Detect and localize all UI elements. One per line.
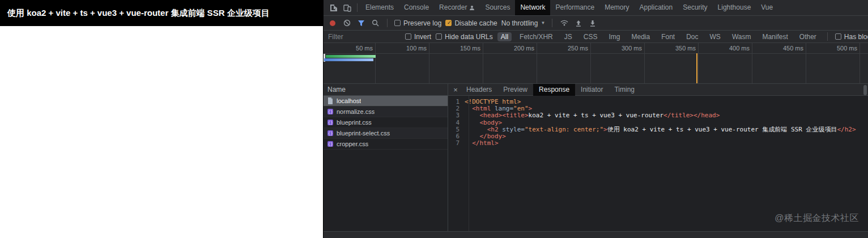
network-conditions-icon[interactable] (559, 18, 569, 28)
time-label: 50 ms (324, 43, 375, 52)
network-overview[interactable]: 50 ms 100 ms 150 ms 200 ms 250 ms 300 ms… (324, 43, 868, 84)
filter-chip-img[interactable]: Img (605, 32, 623, 41)
tab-security[interactable]: Security (678, 0, 712, 15)
request-row-normalize-css[interactable]: normalize.css (324, 107, 448, 117)
code-token: </html> (465, 140, 499, 147)
request-name: localhost (337, 97, 361, 104)
request-row-blueprint-css[interactable]: blueprint.css (324, 117, 448, 128)
response-panel: × Headers Preview Response Initiator Tim… (448, 84, 868, 231)
filter-chip-media[interactable]: Media (628, 32, 653, 41)
filter-chip-js[interactable]: JS (561, 32, 576, 41)
tab-elements[interactable]: Elements (360, 0, 399, 15)
has-blocked-cookies-label: Has blocked cookies (844, 33, 868, 41)
scrollbar-thumb[interactable] (863, 85, 867, 95)
screenshot-root: 使用 koa2 + vite + ts + vue3 + vue-router … (0, 0, 868, 238)
tab-response[interactable]: Response (533, 84, 575, 96)
tab-application[interactable]: Application (635, 0, 678, 15)
code-line-5: 5 <h2 style= "text-align: center;" > 使用 … (448, 126, 868, 133)
request-name: blueprint.css (337, 119, 372, 126)
code-line-3: 3 <head><title> koa2 + vite + ts + vue3 … (448, 112, 868, 119)
css-file-icon (327, 120, 333, 125)
record-icon[interactable] (327, 18, 338, 28)
filter-chip-manifest[interactable]: Manifest (759, 32, 791, 41)
code-line-7: 7 </html> (448, 140, 868, 147)
code-line-6: 6 </body> (448, 133, 868, 140)
request-row-blueprint-select-css[interactable]: blueprint-select.css (324, 128, 448, 139)
hide-data-urls-label: Hide data URLs (445, 33, 493, 41)
clear-icon[interactable] (342, 18, 352, 28)
filter-chip-all[interactable]: All (497, 32, 512, 41)
time-label: 500 ms (806, 43, 860, 52)
throttling-select[interactable]: No throttling ▼ (501, 19, 546, 27)
code-line-4: 4 <body> (448, 120, 868, 126)
tab-timing[interactable]: Timing (609, 84, 640, 96)
devtools-tabbar: Elements Console Recorder Sources Networ… (324, 0, 868, 16)
devtools-panel: Elements Console Recorder Sources Networ… (323, 0, 868, 238)
filter-chip-wasm[interactable]: Wasm (729, 32, 755, 41)
filter-chip-font[interactable]: Font (658, 32, 678, 41)
has-blocked-cookies-checkbox[interactable]: Has blocked cookies (835, 33, 868, 41)
line-number: 7 (448, 140, 465, 147)
device-toolbar-icon[interactable] (341, 0, 354, 15)
import-har-icon[interactable] (573, 18, 584, 28)
time-label: 100 ms (376, 43, 429, 52)
requests-panel: Name localhost normalize.css blueprint.c… (324, 84, 448, 231)
checkbox-unchecked (835, 33, 841, 40)
disable-cache-checkbox[interactable]: Disable cache (445, 19, 497, 27)
filter-chip-fetch-xhr[interactable]: Fetch/XHR (516, 32, 556, 41)
timeline-cell: 200 ms (483, 43, 537, 83)
code-token: > (603, 126, 607, 133)
browser-page: 使用 koa2 + vite + ts + vue3 + vue-router … (0, 0, 323, 238)
filter-toggle-icon[interactable] (356, 18, 366, 28)
timeline-divider (324, 53, 868, 54)
search-icon[interactable] (370, 18, 380, 28)
timeline-cell: 450 ms (752, 43, 806, 83)
tab-headers[interactable]: Headers (461, 84, 497, 96)
code-token: 使用 koa2 + vite + ts + vue3 + vue-router … (607, 126, 837, 133)
request-row-localhost[interactable]: localhost (324, 96, 448, 107)
throttling-value: No throttling (501, 19, 538, 27)
preserve-log-checkbox[interactable]: Preserve log (394, 19, 441, 27)
code-token: </title></head> (663, 112, 720, 119)
requests-name-header[interactable]: Name (324, 84, 448, 96)
time-label: 400 ms (699, 43, 752, 52)
tab-memory[interactable]: Memory (599, 0, 634, 15)
tab-lighthouse[interactable]: Lighthouse (713, 0, 756, 15)
tab-network[interactable]: Network (515, 0, 550, 15)
time-label: 250 ms (537, 43, 590, 52)
filter-chip-ws[interactable]: WS (707, 32, 724, 41)
juejin-watermark: @稀土掘金技术社区 (775, 212, 859, 224)
checkbox-unchecked (405, 33, 411, 40)
css-file-icon (327, 141, 333, 147)
invert-checkbox[interactable]: Invert (405, 33, 431, 41)
tab-preview[interactable]: Preview (497, 84, 533, 96)
timeline-cell: 50 ms (324, 43, 376, 83)
filter-chip-doc[interactable]: Doc (683, 32, 701, 41)
tab-vue[interactable]: Vue (756, 0, 778, 15)
tab-sources[interactable]: Sources (480, 0, 515, 15)
timeline-cell: 100 ms (376, 43, 429, 83)
tab-performance[interactable]: Performance (550, 0, 599, 15)
export-har-icon[interactable] (588, 18, 598, 28)
filter-chip-css[interactable]: CSS (580, 32, 601, 41)
request-row-cropper-css[interactable]: cropper.css (324, 139, 448, 150)
checkbox-unchecked (394, 20, 401, 26)
tab-console[interactable]: Console (399, 0, 434, 15)
filter-chip-other[interactable]: Other (796, 32, 820, 41)
response-source-view[interactable]: 1 <!DOCTYPE html> 2 <html lang= "en" > 3… (448, 96, 868, 231)
network-toolbar: Preserve log Disable cache No throttling… (324, 16, 868, 31)
time-label: 300 ms (591, 43, 644, 52)
code-token: "text-align: center;" (525, 126, 603, 133)
hide-data-urls-checkbox[interactable]: Hide data URLs (436, 33, 493, 41)
code-token: </h2> (837, 126, 856, 133)
gutter-divider (469, 96, 469, 231)
inspect-icon[interactable] (327, 0, 341, 15)
document-icon (327, 97, 333, 104)
filter-input[interactable] (328, 33, 401, 41)
timeline-cell: 150 ms (429, 43, 483, 83)
time-label: 450 ms (752, 43, 806, 52)
invert-label: Invert (414, 33, 431, 41)
tab-recorder[interactable]: Recorder (434, 0, 480, 15)
tab-initiator[interactable]: Initiator (575, 84, 609, 96)
close-icon[interactable]: × (450, 84, 461, 96)
